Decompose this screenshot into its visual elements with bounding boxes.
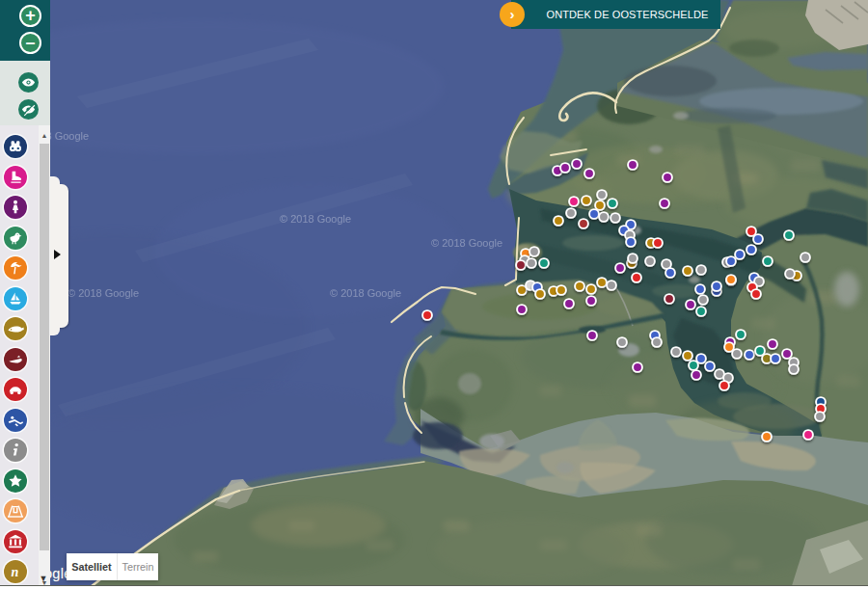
svg-text:n: n [12, 565, 19, 579]
svg-text:© 2018 Google: © 2018 Google [431, 237, 502, 249]
svg-text:© 2018 Google: © 2018 Google [68, 287, 139, 299]
svg-text:© 2018 Google: © 2018 Google [330, 287, 401, 299]
svg-text:© 2018 Google: © 2018 Google [280, 213, 351, 225]
